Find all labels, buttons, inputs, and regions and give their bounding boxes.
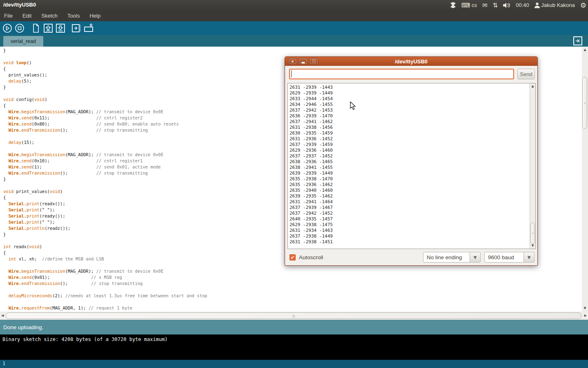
serial-line: 2631 -2939 -1443	[290, 85, 333, 90]
keyboard-layout-label: cs	[472, 2, 477, 8]
window-minimize-button[interactable]: ▬	[299, 58, 307, 65]
status-message: Done uploading.	[3, 324, 43, 330]
keyboard-layout-indicator[interactable]: ⌨ cs	[461, 2, 477, 9]
indicator-icon[interactable]	[450, 2, 456, 8]
serial-line: 2639 -2939 -1449	[290, 171, 333, 176]
upload-icon	[72, 23, 82, 33]
serial-send-input[interactable]	[289, 69, 514, 79]
close-icon: ✕	[291, 59, 294, 64]
code-line: Wire.send(0x01); // x MSB reg	[3, 274, 582, 280]
line-ending-select[interactable]: No line ending	[423, 252, 470, 263]
serial-vscrollbar[interactable]: ▲ ≡ ▼	[530, 83, 535, 249]
serial-line: 2638 -2941 -1455	[290, 165, 333, 171]
send-button-label: Send	[520, 71, 532, 77]
ide-toolbar	[0, 21, 588, 35]
tab-menu-icon	[575, 38, 581, 44]
check-icon: ✔	[290, 255, 294, 260]
line-number-bar: 1	[0, 360, 588, 368]
serial-line: 2637 -2941 -1462	[290, 119, 333, 125]
scroll-left-icon[interactable]: ◀	[1, 314, 4, 317]
mouse-cursor	[350, 101, 356, 112]
serial-monitor-window: ✕ ▬ ☐ /dev/ttyUSB0 Send 2631 -2939 -1443…	[285, 56, 538, 266]
stop-icon	[15, 23, 24, 33]
serial-monitor-icon	[84, 23, 94, 33]
code-line: Wire.endTransmission(); // stop transmit…	[3, 280, 582, 287]
window-close-button[interactable]: ✕	[288, 58, 297, 65]
serial-line: 2635 -2936 -1462	[290, 182, 333, 188]
system-tray: ⌨ cs ✉ ⇅ 00:40 Jakub Kakona ⚙	[450, 0, 586, 10]
editor-vscrollbar[interactable]: ▲ ≡ ▼	[582, 47, 588, 312]
serial-line: 2637 -2938 -1449	[290, 233, 333, 239]
code-line: delayMicroseconds(2); //needs at least 1…	[3, 293, 582, 299]
serial-line: 2637 -2942 -1452	[290, 211, 333, 216]
serial-line: 2637 -2939 -1467	[290, 205, 333, 211]
tab-label: serial_read	[11, 38, 36, 44]
line-ending-value: No line ending	[427, 254, 462, 260]
serial-line: 2635 -2938 -1470	[290, 176, 333, 182]
username-label: Jakub Kakona	[541, 2, 575, 8]
scroll-right-icon[interactable]: ▶	[584, 314, 587, 317]
autoscroll-label: Autoscroll	[299, 254, 323, 260]
baud-dropdown-button[interactable]: ▼	[524, 252, 535, 263]
scroll-up-icon[interactable]: ▲	[530, 85, 535, 88]
serial-line: 2629 -2939 -1449	[290, 90, 333, 96]
editor-hscrollbar[interactable]: ◀ ||| ▶	[0, 312, 588, 320]
autoscroll-checkbox[interactable]: ✔	[290, 254, 296, 260]
new-tab-button[interactable]	[573, 36, 582, 45]
serial-line: 2631 -2936 -1452	[290, 136, 333, 142]
editor-vscroll-thumb[interactable]: ≡	[582, 77, 587, 129]
serial-monitor-titlebar[interactable]: ✕ ▬ ☐ /dev/ttyUSB0	[285, 57, 537, 66]
serial-line: 2637 -2942 -1453	[290, 108, 333, 113]
code-line	[3, 299, 582, 305]
menu-edit[interactable]: Edit	[22, 13, 31, 19]
menu-help[interactable]: Help	[89, 13, 100, 19]
serial-line: 2631 -2938 -1456	[290, 125, 333, 130]
user-menu[interactable]: Jakub Kakona	[535, 2, 575, 8]
line-ending-dropdown-button[interactable]: ▼	[470, 252, 481, 263]
scroll-up-icon[interactable]: ▲	[582, 48, 588, 52]
chevron-down-icon: ▼	[528, 255, 531, 260]
send-button[interactable]: Send	[517, 69, 535, 79]
serial-output-area[interactable]: 2631 -2939 -14432629 -2939 -14492633 -29…	[287, 83, 536, 249]
new-button[interactable]	[31, 23, 41, 34]
serial-monitor-title: /dev/ttyUSB0	[285, 58, 537, 65]
tab-serial-read[interactable]: serial_read	[3, 36, 43, 47]
open-button[interactable]	[43, 23, 53, 34]
baud-rate-select[interactable]: 9600 baud	[484, 252, 524, 263]
code-line: }	[3, 47, 582, 54]
menu-file[interactable]: File	[4, 13, 13, 19]
code-line: Wire.requestFrom(MAG_ADDR, 1); // reques…	[3, 305, 582, 311]
menu-bar: FileEditSketchToolsHelp	[0, 10, 588, 21]
editor-hscroll-thumb[interactable]: |||	[6, 312, 581, 319]
power-gear-icon[interactable]: ⚙	[580, 1, 586, 9]
serial-line: 2631 -2934 -1463	[290, 228, 333, 233]
serial-line: 2640 -2935 -1457	[290, 216, 333, 222]
menu-tools[interactable]: Tools	[67, 13, 80, 19]
console-message: Binary sketch size: 4208 bytes (of a 307…	[2, 337, 168, 342]
save-button[interactable]	[55, 23, 66, 34]
serial-monitor-button[interactable]	[84, 23, 94, 34]
code-line	[3, 287, 582, 293]
tab-bar: serial_read	[0, 35, 588, 47]
serial-line: 2633 -2944 -1454	[290, 96, 333, 102]
network-arrows-icon[interactable]: ⇅	[493, 2, 498, 9]
verify-icon	[2, 23, 12, 33]
verify-button[interactable]	[2, 23, 13, 34]
clock[interactable]: 00:40	[516, 2, 529, 8]
upload-button[interactable]	[71, 23, 82, 34]
window-maximize-button[interactable]: ☐	[310, 58, 318, 65]
serial-vscroll-thumb[interactable]: ≡	[530, 222, 535, 244]
volume-icon[interactable]	[503, 2, 510, 8]
mail-icon[interactable]: ✉	[482, 2, 488, 9]
open-icon	[43, 23, 53, 33]
scroll-down-icon[interactable]: ▼	[530, 244, 535, 247]
serial-line: 2639 -2935 -1462	[290, 193, 333, 199]
serial-line: 2631 -2941 -1464	[290, 199, 333, 205]
scroll-down-icon[interactable]: ▼	[582, 307, 588, 310]
menu-sketch[interactable]: Sketch	[41, 13, 58, 19]
serial-line: 2629 -2938 -1475	[290, 222, 333, 228]
current-line-number: 1	[2, 361, 5, 366]
baud-rate-value: 9600 baud	[488, 254, 514, 260]
save-icon	[56, 23, 65, 33]
stop-button[interactable]	[14, 23, 25, 34]
